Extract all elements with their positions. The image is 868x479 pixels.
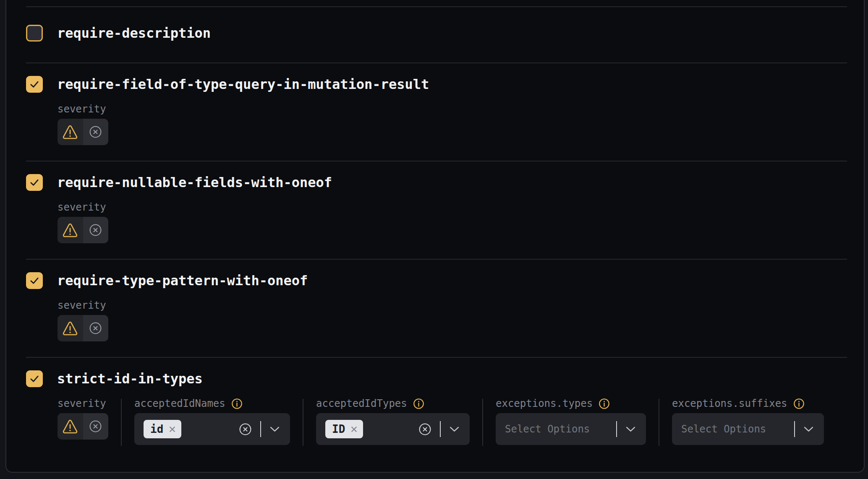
severity-warn-button[interactable] <box>58 119 83 145</box>
chip-remove-icon[interactable] <box>168 425 176 433</box>
circle-x-icon <box>89 125 102 138</box>
circle-x-icon <box>89 420 102 433</box>
option-label: acceptedIdNames <box>134 399 290 408</box>
select-separator <box>440 421 441 437</box>
warning-triangle-icon <box>62 321 78 336</box>
severity-off-button[interactable] <box>83 413 109 440</box>
warning-triangle-icon <box>62 125 78 139</box>
rule-title: require-type-pattern-with-oneof <box>57 272 308 289</box>
rule-checkbox-checked[interactable] <box>26 272 43 289</box>
severity-label: severity <box>58 104 847 114</box>
option-label: exceptions.types <box>496 399 646 408</box>
rule-title: strict-id-in-types <box>57 370 203 387</box>
rule-row: require-type-pattern-with-oneof severity <box>26 260 847 357</box>
chevron-down-icon[interactable] <box>803 426 814 432</box>
severity-label: severity <box>58 301 847 310</box>
info-icon[interactable] <box>599 398 610 409</box>
checkmark-icon <box>29 177 40 188</box>
rule-title: require-nullable-fields-with-oneof <box>57 174 332 191</box>
multiselect-accepted-id-types[interactable]: ID <box>316 413 470 445</box>
severity-off-button[interactable] <box>83 119 109 145</box>
rule-checkbox-checked[interactable] <box>26 76 43 93</box>
select-separator <box>794 421 795 437</box>
warning-triangle-icon <box>62 223 78 237</box>
option-label: acceptedIdTypes <box>316 399 470 408</box>
severity-toggle <box>58 315 108 341</box>
rule-row: require-description <box>26 7 847 62</box>
option-column-exceptions-suffixes: exceptions.suffixes Select Options <box>672 399 824 445</box>
lint-rules-panel: require-description require-field-of-typ… <box>5 0 865 473</box>
checkmark-icon <box>29 78 40 90</box>
column-divider <box>659 399 659 446</box>
clear-selection-icon[interactable] <box>239 423 252 436</box>
info-icon[interactable] <box>413 398 424 409</box>
select-separator <box>616 421 617 437</box>
option-column-acceptedIdTypes: acceptedIdTypes ID <box>316 399 470 445</box>
option-column-exceptions-types: exceptions.types Select Options <box>496 399 646 445</box>
rule-row: require-nullable-fields-with-oneof sever… <box>26 161 847 259</box>
chip-remove-icon[interactable] <box>350 425 358 433</box>
select-separator <box>260 421 261 437</box>
severity-warn-button[interactable] <box>58 315 83 341</box>
severity-off-button[interactable] <box>83 217 109 243</box>
severity-toggle <box>58 217 108 243</box>
severity-warn-button[interactable] <box>58 217 83 243</box>
select-placeholder: Select Options <box>505 423 590 435</box>
severity-label: severity <box>58 399 108 408</box>
rule-title: require-description <box>57 25 211 42</box>
option-column-acceptedIdNames: acceptedIdNames id <box>134 399 290 445</box>
info-icon[interactable] <box>793 398 805 409</box>
option-column-severity: severity <box>58 399 108 440</box>
column-divider <box>303 399 303 446</box>
warning-triangle-icon <box>62 419 78 434</box>
rule-checkbox-checked[interactable] <box>26 174 43 191</box>
selected-chip: id <box>144 420 181 438</box>
circle-x-icon <box>89 322 102 335</box>
rule-row: strict-id-in-types severity <box>26 358 847 473</box>
rule-checkbox-checked[interactable] <box>26 370 43 387</box>
info-icon[interactable] <box>231 398 243 409</box>
rule-row: require-field-of-type-query-in-mutation-… <box>26 63 847 161</box>
checkmark-icon <box>29 275 40 286</box>
selected-chip: ID <box>325 420 363 438</box>
circle-x-icon <box>89 224 102 237</box>
select-placeholder: Select Options <box>681 423 766 435</box>
chevron-down-icon[interactable] <box>449 426 460 432</box>
column-divider <box>482 399 483 446</box>
multiselect-exceptions-types[interactable]: Select Options <box>496 413 646 445</box>
chevron-down-icon[interactable] <box>269 426 280 432</box>
option-label: exceptions.suffixes <box>672 399 824 408</box>
column-divider <box>121 399 122 446</box>
clear-selection-icon[interactable] <box>418 423 431 436</box>
multiselect-accepted-id-names[interactable]: id <box>134 413 290 445</box>
severity-warn-button[interactable] <box>58 413 83 440</box>
chevron-down-icon[interactable] <box>625 426 636 432</box>
rule-title: require-field-of-type-query-in-mutation-… <box>57 76 429 93</box>
rule-checkbox-unchecked[interactable] <box>26 25 43 42</box>
multiselect-exceptions-suffixes[interactable]: Select Options <box>672 413 824 445</box>
severity-toggle <box>58 119 108 145</box>
checkmark-icon <box>29 373 40 385</box>
severity-toggle <box>58 413 108 440</box>
severity-label: severity <box>58 203 847 212</box>
severity-off-button[interactable] <box>83 315 109 341</box>
